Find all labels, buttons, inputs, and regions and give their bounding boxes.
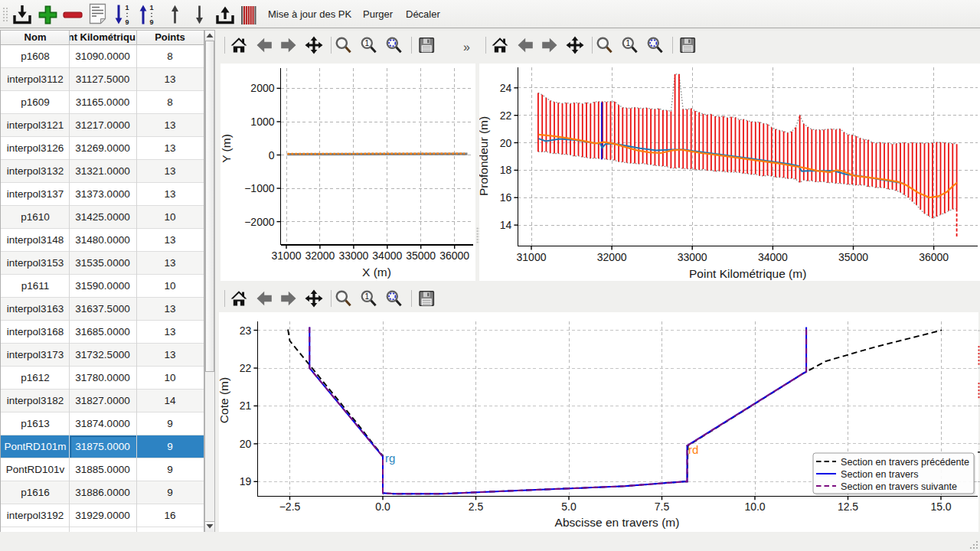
svg-text:7.5: 7.5 <box>655 500 670 513</box>
svg-text:Section en travers suivante: Section en travers suivante <box>841 481 957 492</box>
svg-text:Profondeur (m): Profondeur (m) <box>479 116 490 196</box>
svg-text:1: 1 <box>125 4 129 11</box>
svg-text:19: 19 <box>240 475 252 487</box>
svg-text:35000: 35000 <box>406 249 436 262</box>
svg-text:2000: 2000 <box>250 82 274 94</box>
svg-text:33000: 33000 <box>678 251 707 263</box>
svg-text:34000: 34000 <box>372 249 402 262</box>
svg-text:24: 24 <box>500 82 512 94</box>
svg-text:36000: 36000 <box>919 251 949 263</box>
svg-text:0.0: 0.0 <box>375 500 390 513</box>
svg-text:1: 1 <box>365 39 370 47</box>
svg-text:32000: 32000 <box>597 251 627 263</box>
svg-text:10.0: 10.0 <box>744 500 765 513</box>
svg-text:1: 1 <box>149 4 153 11</box>
svg-text:31000: 31000 <box>272 249 302 262</box>
svg-text:rg: rg <box>385 452 395 465</box>
svg-text:32000: 32000 <box>305 249 335 262</box>
svg-text:5.0: 5.0 <box>561 500 577 513</box>
svg-text:0: 0 <box>269 149 275 161</box>
svg-text:20: 20 <box>500 137 512 149</box>
svg-text:34000: 34000 <box>758 251 788 263</box>
svg-text:12.5: 12.5 <box>838 500 858 513</box>
svg-text:Section en travers précédente: Section en travers précédente <box>841 457 969 468</box>
svg-text:Point Kilométrique (m): Point Kilométrique (m) <box>689 267 806 280</box>
svg-text:Section en travers: Section en travers <box>841 469 919 480</box>
svg-text:31000: 31000 <box>517 251 547 263</box>
svg-text:−2.5: −2.5 <box>279 500 301 513</box>
svg-text:22: 22 <box>500 109 512 122</box>
svg-text:9: 9 <box>149 18 153 26</box>
svg-text:21: 21 <box>240 399 252 412</box>
svg-text:36000: 36000 <box>439 249 469 262</box>
svg-text:1: 1 <box>626 39 631 47</box>
svg-text:1000: 1000 <box>250 116 274 128</box>
svg-text:rd: rd <box>688 443 698 456</box>
svg-text:−1000: −1000 <box>244 182 275 194</box>
svg-text:Cote (m): Cote (m) <box>219 377 230 423</box>
svg-text:1: 1 <box>365 292 370 301</box>
svg-text:Y (m): Y (m) <box>220 134 233 163</box>
svg-text:23: 23 <box>240 324 252 337</box>
svg-text:2.5: 2.5 <box>469 500 484 513</box>
svg-text:9: 9 <box>125 18 129 26</box>
svg-text:15.0: 15.0 <box>930 500 951 513</box>
svg-text:X (m): X (m) <box>362 266 391 279</box>
svg-text:22: 22 <box>240 362 252 374</box>
svg-text:16: 16 <box>500 191 512 204</box>
svg-text:Abscisse en travers (m): Abscisse en travers (m) <box>555 516 680 529</box>
svg-text:14: 14 <box>500 219 512 231</box>
svg-text:20: 20 <box>240 438 252 450</box>
svg-text:18: 18 <box>500 164 512 176</box>
svg-text:35000: 35000 <box>838 251 868 263</box>
svg-text:−2000: −2000 <box>244 216 275 228</box>
svg-text:33000: 33000 <box>338 249 368 262</box>
